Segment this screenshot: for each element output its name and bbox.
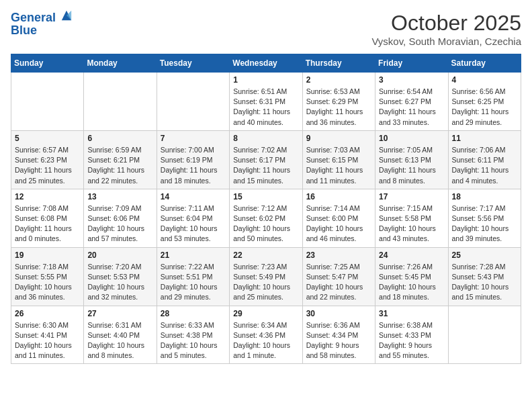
calendar-cell: 30Sunrise: 6:36 AM Sunset: 4:34 PM Dayli… xyxy=(302,306,375,364)
calendar-cell: 21Sunrise: 7:22 AM Sunset: 5:51 PM Dayli… xyxy=(157,247,229,306)
day-info: Sunrise: 7:18 AM Sunset: 5:55 PM Dayligh… xyxy=(15,262,80,303)
day-number: 16 xyxy=(306,192,371,201)
calendar-cell: 13Sunrise: 7:09 AM Sunset: 6:06 PM Dayli… xyxy=(84,189,157,247)
calendar-cell: 15Sunrise: 7:12 AM Sunset: 6:02 PM Dayli… xyxy=(230,189,302,247)
weekday-header-row: SundayMondayTuesdayWednesdayThursdayFrid… xyxy=(11,54,521,73)
day-number: 15 xyxy=(233,192,298,201)
calendar-cell: 19Sunrise: 7:18 AM Sunset: 5:55 PM Dayli… xyxy=(11,247,84,306)
day-info: Sunrise: 6:30 AM Sunset: 4:41 PM Dayligh… xyxy=(15,320,80,361)
calendar-cell: 6Sunrise: 6:59 AM Sunset: 6:21 PM Daylig… xyxy=(84,130,157,189)
logo-icon xyxy=(60,9,73,21)
calendar-cell: 5Sunrise: 6:57 AM Sunset: 6:23 PM Daylig… xyxy=(11,130,84,189)
day-number: 28 xyxy=(161,309,226,318)
week-row-2: 5Sunrise: 6:57 AM Sunset: 6:23 PM Daylig… xyxy=(11,130,521,189)
day-number: 7 xyxy=(161,134,226,143)
weekday-header-saturday: Saturday xyxy=(448,54,521,73)
day-info: Sunrise: 6:54 AM Sunset: 6:27 PM Dayligh… xyxy=(379,87,444,128)
day-info: Sunrise: 6:31 AM Sunset: 4:40 PM Dayligh… xyxy=(87,320,152,361)
logo-blue: Blue xyxy=(11,24,73,38)
day-info: Sunrise: 6:59 AM Sunset: 6:21 PM Dayligh… xyxy=(87,145,152,186)
calendar-cell: 4Sunrise: 6:56 AM Sunset: 6:25 PM Daylig… xyxy=(448,73,521,131)
day-number: 13 xyxy=(87,192,152,201)
calendar-cell: 26Sunrise: 6:30 AM Sunset: 4:41 PM Dayli… xyxy=(11,306,84,364)
day-number: 8 xyxy=(233,134,298,143)
title-block: October 2025 Vyskov, South Moravian, Cze… xyxy=(371,11,521,47)
day-number: 19 xyxy=(15,250,80,260)
day-number: 4 xyxy=(452,75,517,85)
day-info: Sunrise: 7:08 AM Sunset: 6:08 PM Dayligh… xyxy=(15,203,80,244)
day-number: 14 xyxy=(161,192,226,201)
calendar-cell: 25Sunrise: 7:28 AM Sunset: 5:43 PM Dayli… xyxy=(448,247,521,306)
calendar-cell: 17Sunrise: 7:15 AM Sunset: 5:58 PM Dayli… xyxy=(375,189,448,247)
week-row-3: 12Sunrise: 7:08 AM Sunset: 6:08 PM Dayli… xyxy=(11,189,521,247)
day-number: 29 xyxy=(233,309,298,318)
day-info: Sunrise: 6:57 AM Sunset: 6:23 PM Dayligh… xyxy=(15,145,80,186)
day-info: Sunrise: 7:02 AM Sunset: 6:17 PM Dayligh… xyxy=(233,145,298,186)
calendar-cell: 20Sunrise: 7:20 AM Sunset: 5:53 PM Dayli… xyxy=(84,247,157,306)
day-info: Sunrise: 6:53 AM Sunset: 6:29 PM Dayligh… xyxy=(306,87,371,128)
day-number: 17 xyxy=(379,192,444,201)
day-info: Sunrise: 7:17 AM Sunset: 5:56 PM Dayligh… xyxy=(452,203,517,244)
day-number: 23 xyxy=(306,250,371,260)
day-info: Sunrise: 6:56 AM Sunset: 6:25 PM Dayligh… xyxy=(452,87,517,128)
day-number: 6 xyxy=(87,134,152,143)
weekday-header-sunday: Sunday xyxy=(11,54,84,73)
day-info: Sunrise: 7:26 AM Sunset: 5:45 PM Dayligh… xyxy=(379,262,444,303)
day-number: 27 xyxy=(87,309,152,318)
calendar-cell: 27Sunrise: 6:31 AM Sunset: 4:40 PM Dayli… xyxy=(84,306,157,364)
day-info: Sunrise: 7:14 AM Sunset: 6:00 PM Dayligh… xyxy=(306,203,371,244)
week-row-4: 19Sunrise: 7:18 AM Sunset: 5:55 PM Dayli… xyxy=(11,247,521,306)
week-row-1: 1Sunrise: 6:51 AM Sunset: 6:31 PM Daylig… xyxy=(11,73,521,131)
day-number: 30 xyxy=(306,309,371,318)
day-number: 26 xyxy=(15,309,80,318)
day-info: Sunrise: 7:06 AM Sunset: 6:11 PM Dayligh… xyxy=(452,145,517,186)
day-info: Sunrise: 7:22 AM Sunset: 5:51 PM Dayligh… xyxy=(161,262,226,303)
day-info: Sunrise: 6:33 AM Sunset: 4:38 PM Dayligh… xyxy=(161,320,226,361)
day-info: Sunrise: 6:36 AM Sunset: 4:34 PM Dayligh… xyxy=(306,320,371,361)
day-info: Sunrise: 7:09 AM Sunset: 6:06 PM Dayligh… xyxy=(87,203,152,244)
logo: General Blue xyxy=(11,11,73,38)
weekday-header-tuesday: Tuesday xyxy=(157,54,229,73)
location: Vyskov, South Moravian, Czechia xyxy=(371,36,521,47)
day-number: 12 xyxy=(15,192,80,201)
calendar-cell: 28Sunrise: 6:33 AM Sunset: 4:38 PM Dayli… xyxy=(157,306,229,364)
calendar-cell: 18Sunrise: 7:17 AM Sunset: 5:56 PM Dayli… xyxy=(448,189,521,247)
day-info: Sunrise: 7:00 AM Sunset: 6:19 PM Dayligh… xyxy=(161,145,226,186)
week-row-5: 26Sunrise: 6:30 AM Sunset: 4:41 PM Dayli… xyxy=(11,306,521,364)
calendar-cell xyxy=(11,73,84,131)
day-info: Sunrise: 6:34 AM Sunset: 4:36 PM Dayligh… xyxy=(233,320,298,361)
calendar-cell: 3Sunrise: 6:54 AM Sunset: 6:27 PM Daylig… xyxy=(375,73,448,131)
page-header: General Blue October 2025 Vyskov, South … xyxy=(11,11,521,47)
weekday-header-monday: Monday xyxy=(84,54,157,73)
day-info: Sunrise: 6:38 AM Sunset: 4:33 PM Dayligh… xyxy=(379,320,444,361)
calendar-cell: 16Sunrise: 7:14 AM Sunset: 6:00 PM Dayli… xyxy=(302,189,375,247)
day-number: 3 xyxy=(379,75,444,85)
calendar-cell: 7Sunrise: 7:00 AM Sunset: 6:19 PM Daylig… xyxy=(157,130,229,189)
weekday-header-thursday: Thursday xyxy=(302,54,375,73)
day-info: Sunrise: 7:12 AM Sunset: 6:02 PM Dayligh… xyxy=(233,203,298,244)
day-number: 31 xyxy=(379,309,444,318)
day-info: Sunrise: 7:23 AM Sunset: 5:49 PM Dayligh… xyxy=(233,262,298,303)
day-number: 22 xyxy=(233,250,298,260)
calendar-cell: 22Sunrise: 7:23 AM Sunset: 5:49 PM Dayli… xyxy=(230,247,302,306)
calendar-cell xyxy=(157,73,229,131)
day-number: 10 xyxy=(379,134,444,143)
calendar-cell: 8Sunrise: 7:02 AM Sunset: 6:17 PM Daylig… xyxy=(230,130,302,189)
calendar-cell: 2Sunrise: 6:53 AM Sunset: 6:29 PM Daylig… xyxy=(302,73,375,131)
day-number: 9 xyxy=(306,134,371,143)
day-info: Sunrise: 7:03 AM Sunset: 6:15 PM Dayligh… xyxy=(306,145,371,186)
calendar-cell: 1Sunrise: 6:51 AM Sunset: 6:31 PM Daylig… xyxy=(230,73,302,131)
day-number: 2 xyxy=(306,75,371,85)
day-number: 5 xyxy=(15,134,80,143)
day-number: 1 xyxy=(233,75,298,85)
calendar-cell: 12Sunrise: 7:08 AM Sunset: 6:08 PM Dayli… xyxy=(11,189,84,247)
calendar-cell: 14Sunrise: 7:11 AM Sunset: 6:04 PM Dayli… xyxy=(157,189,229,247)
day-info: Sunrise: 7:11 AM Sunset: 6:04 PM Dayligh… xyxy=(161,203,226,244)
calendar-cell: 10Sunrise: 7:05 AM Sunset: 6:13 PM Dayli… xyxy=(375,130,448,189)
day-number: 25 xyxy=(452,250,517,260)
day-number: 11 xyxy=(452,134,517,143)
calendar-cell xyxy=(84,73,157,131)
weekday-header-wednesday: Wednesday xyxy=(230,54,302,73)
calendar-cell: 29Sunrise: 6:34 AM Sunset: 4:36 PM Dayli… xyxy=(230,306,302,364)
day-info: Sunrise: 6:51 AM Sunset: 6:31 PM Dayligh… xyxy=(233,87,298,128)
